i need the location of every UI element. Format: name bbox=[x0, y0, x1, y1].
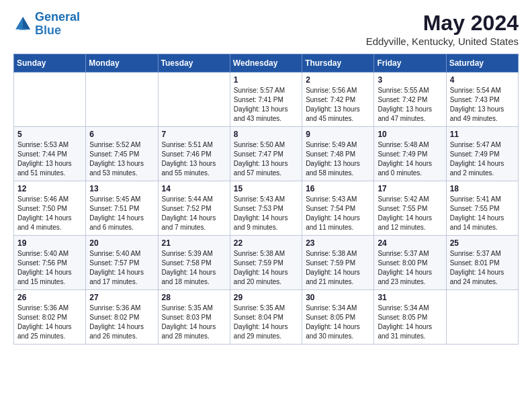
day-number: 3 bbox=[378, 75, 442, 85]
day-number: 5 bbox=[17, 130, 82, 139]
calendar-cell: 1Sunrise: 5:57 AM Sunset: 7:41 PM Daylig… bbox=[230, 73, 302, 127]
day-number: 2 bbox=[306, 75, 370, 85]
day-info: Sunrise: 5:40 AM Sunset: 7:57 PM Dayligh… bbox=[89, 249, 154, 287]
day-number: 29 bbox=[234, 293, 298, 302]
day-number: 15 bbox=[234, 184, 298, 193]
calendar-cell: 25Sunrise: 5:37 AM Sunset: 8:01 PM Dayli… bbox=[446, 236, 518, 290]
day-number: 25 bbox=[450, 238, 515, 248]
day-number: 10 bbox=[378, 130, 442, 139]
calendar-week-row: 5Sunrise: 5:53 AM Sunset: 7:44 PM Daylig… bbox=[14, 127, 519, 181]
header: General Blue May 2024 Eddyville, Kentuck… bbox=[13, 11, 519, 47]
calendar-week-row: 26Sunrise: 5:36 AM Sunset: 8:02 PM Dayli… bbox=[14, 290, 519, 345]
day-number: 18 bbox=[450, 184, 515, 193]
calendar-cell: 19Sunrise: 5:40 AM Sunset: 7:56 PM Dayli… bbox=[14, 236, 86, 290]
day-info: Sunrise: 5:47 AM Sunset: 7:49 PM Dayligh… bbox=[450, 140, 515, 178]
day-number: 17 bbox=[378, 184, 442, 193]
day-number: 13 bbox=[89, 184, 154, 193]
weekday-header: Thursday bbox=[302, 54, 374, 73]
calendar-cell bbox=[86, 73, 158, 127]
day-info: Sunrise: 5:38 AM Sunset: 7:59 PM Dayligh… bbox=[234, 249, 298, 287]
day-info: Sunrise: 5:39 AM Sunset: 7:58 PM Dayligh… bbox=[162, 249, 226, 287]
calendar-cell: 16Sunrise: 5:43 AM Sunset: 7:54 PM Dayli… bbox=[302, 181, 374, 236]
day-number: 23 bbox=[306, 238, 370, 248]
weekday-header: Tuesday bbox=[158, 54, 230, 73]
day-info: Sunrise: 5:36 AM Sunset: 8:02 PM Dayligh… bbox=[89, 304, 154, 341]
day-number: 4 bbox=[450, 75, 515, 85]
calendar-table: SundayMondayTuesdayWednesdayThursdayFrid… bbox=[13, 54, 519, 345]
day-info: Sunrise: 5:51 AM Sunset: 7:46 PM Dayligh… bbox=[162, 140, 226, 178]
title-block: May 2024 Eddyville, Kentucky, United Sta… bbox=[366, 11, 519, 47]
calendar-week-row: 12Sunrise: 5:46 AM Sunset: 7:50 PM Dayli… bbox=[14, 181, 519, 236]
day-number: 26 bbox=[17, 293, 82, 302]
day-info: Sunrise: 5:43 AM Sunset: 7:53 PM Dayligh… bbox=[234, 195, 298, 232]
day-number: 1 bbox=[234, 75, 298, 85]
day-info: Sunrise: 5:44 AM Sunset: 7:52 PM Dayligh… bbox=[162, 195, 226, 232]
day-number: 20 bbox=[89, 238, 154, 248]
day-info: Sunrise: 5:49 AM Sunset: 7:48 PM Dayligh… bbox=[306, 140, 370, 178]
calendar-cell bbox=[158, 73, 230, 127]
day-info: Sunrise: 5:41 AM Sunset: 7:55 PM Dayligh… bbox=[450, 195, 515, 232]
calendar-cell: 13Sunrise: 5:45 AM Sunset: 7:51 PM Dayli… bbox=[86, 181, 158, 236]
day-number: 8 bbox=[234, 130, 298, 139]
calendar-cell: 29Sunrise: 5:35 AM Sunset: 8:04 PM Dayli… bbox=[230, 290, 302, 345]
calendar-cell: 27Sunrise: 5:36 AM Sunset: 8:02 PM Dayli… bbox=[86, 290, 158, 345]
logo-line1: General bbox=[35, 10, 80, 24]
day-info: Sunrise: 5:54 AM Sunset: 7:43 PM Dayligh… bbox=[450, 86, 515, 124]
day-info: Sunrise: 5:48 AM Sunset: 7:49 PM Dayligh… bbox=[378, 140, 442, 178]
day-number: 9 bbox=[306, 130, 370, 139]
weekday-header: Wednesday bbox=[230, 54, 302, 73]
calendar-cell: 21Sunrise: 5:39 AM Sunset: 7:58 PM Dayli… bbox=[158, 236, 230, 290]
day-info: Sunrise: 5:40 AM Sunset: 7:56 PM Dayligh… bbox=[17, 249, 82, 287]
day-info: Sunrise: 5:50 AM Sunset: 7:47 PM Dayligh… bbox=[234, 140, 298, 178]
day-number: 11 bbox=[450, 130, 515, 139]
calendar-header: SundayMondayTuesdayWednesdayThursdayFrid… bbox=[14, 54, 519, 73]
day-info: Sunrise: 5:57 AM Sunset: 7:41 PM Dayligh… bbox=[234, 86, 298, 124]
day-number: 19 bbox=[17, 238, 82, 248]
logo-icon bbox=[13, 15, 32, 34]
calendar-cell: 5Sunrise: 5:53 AM Sunset: 7:44 PM Daylig… bbox=[14, 127, 86, 181]
calendar-cell: 8Sunrise: 5:50 AM Sunset: 7:47 PM Daylig… bbox=[230, 127, 302, 181]
calendar-cell: 10Sunrise: 5:48 AM Sunset: 7:49 PM Dayli… bbox=[374, 127, 446, 181]
calendar-cell: 7Sunrise: 5:51 AM Sunset: 7:46 PM Daylig… bbox=[158, 127, 230, 181]
calendar-cell: 24Sunrise: 5:37 AM Sunset: 8:00 PM Dayli… bbox=[374, 236, 446, 290]
calendar-body: 1Sunrise: 5:57 AM Sunset: 7:41 PM Daylig… bbox=[14, 73, 519, 345]
calendar-cell: 30Sunrise: 5:34 AM Sunset: 8:05 PM Dayli… bbox=[302, 290, 374, 345]
day-number: 24 bbox=[378, 238, 442, 248]
day-number: 16 bbox=[306, 184, 370, 193]
day-number: 28 bbox=[162, 293, 226, 302]
day-info: Sunrise: 5:35 AM Sunset: 8:04 PM Dayligh… bbox=[234, 304, 298, 341]
calendar-cell: 14Sunrise: 5:44 AM Sunset: 7:52 PM Dayli… bbox=[158, 181, 230, 236]
day-info: Sunrise: 5:35 AM Sunset: 8:03 PM Dayligh… bbox=[162, 304, 226, 341]
day-info: Sunrise: 5:55 AM Sunset: 7:42 PM Dayligh… bbox=[378, 86, 442, 124]
day-info: Sunrise: 5:34 AM Sunset: 8:05 PM Dayligh… bbox=[306, 304, 370, 341]
calendar-subtitle: Eddyville, Kentucky, United States bbox=[366, 36, 519, 47]
day-number: 27 bbox=[89, 293, 154, 302]
page: General Blue May 2024 Eddyville, Kentuck… bbox=[0, 0, 532, 355]
day-info: Sunrise: 5:45 AM Sunset: 7:51 PM Dayligh… bbox=[89, 195, 154, 232]
calendar-week-row: 1Sunrise: 5:57 AM Sunset: 7:41 PM Daylig… bbox=[14, 73, 519, 127]
day-number: 14 bbox=[162, 184, 226, 193]
weekday-row: SundayMondayTuesdayWednesdayThursdayFrid… bbox=[14, 54, 519, 73]
calendar-cell: 18Sunrise: 5:41 AM Sunset: 7:55 PM Dayli… bbox=[446, 181, 518, 236]
weekday-header: Friday bbox=[374, 54, 446, 73]
calendar-cell: 26Sunrise: 5:36 AM Sunset: 8:02 PM Dayli… bbox=[14, 290, 86, 345]
day-info: Sunrise: 5:38 AM Sunset: 7:59 PM Dayligh… bbox=[306, 249, 370, 287]
calendar-cell: 22Sunrise: 5:38 AM Sunset: 7:59 PM Dayli… bbox=[230, 236, 302, 290]
day-info: Sunrise: 5:46 AM Sunset: 7:50 PM Dayligh… bbox=[17, 195, 82, 232]
calendar-cell bbox=[446, 290, 518, 345]
day-info: Sunrise: 5:56 AM Sunset: 7:42 PM Dayligh… bbox=[306, 86, 370, 124]
day-info: Sunrise: 5:42 AM Sunset: 7:55 PM Dayligh… bbox=[378, 195, 442, 232]
day-info: Sunrise: 5:52 AM Sunset: 7:45 PM Dayligh… bbox=[89, 140, 154, 178]
calendar-cell: 28Sunrise: 5:35 AM Sunset: 8:03 PM Dayli… bbox=[158, 290, 230, 345]
day-info: Sunrise: 5:37 AM Sunset: 8:00 PM Dayligh… bbox=[378, 249, 442, 287]
calendar-cell bbox=[14, 73, 86, 127]
day-info: Sunrise: 5:36 AM Sunset: 8:02 PM Dayligh… bbox=[17, 304, 82, 341]
calendar-cell: 12Sunrise: 5:46 AM Sunset: 7:50 PM Dayli… bbox=[14, 181, 86, 236]
logo-line2: Blue bbox=[35, 24, 80, 38]
calendar-cell: 20Sunrise: 5:40 AM Sunset: 7:57 PM Dayli… bbox=[86, 236, 158, 290]
svg-marker-1 bbox=[23, 17, 30, 30]
day-number: 6 bbox=[89, 130, 154, 139]
day-number: 31 bbox=[378, 293, 442, 302]
calendar-cell: 4Sunrise: 5:54 AM Sunset: 7:43 PM Daylig… bbox=[446, 73, 518, 127]
day-info: Sunrise: 5:34 AM Sunset: 8:05 PM Dayligh… bbox=[378, 304, 442, 341]
